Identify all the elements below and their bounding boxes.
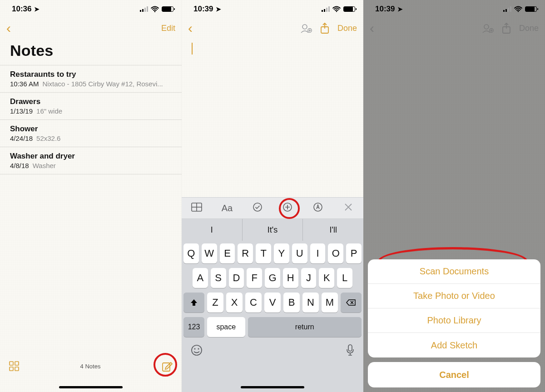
markup-button[interactable] — [309, 202, 327, 214]
home-indicator[interactable] — [241, 386, 304, 388]
back-button[interactable]: ‹ — [6, 21, 11, 35]
suggestion[interactable]: I'll — [303, 219, 363, 241]
key-l[interactable]: L — [337, 268, 352, 288]
key-space[interactable]: space — [207, 317, 245, 337]
key-v[interactable]: V — [264, 293, 281, 313]
note-body — [363, 38, 545, 211]
location-icon: ➤ — [216, 5, 221, 13]
checklist-button[interactable] — [248, 202, 267, 214]
key-z[interactable]: Z — [207, 293, 223, 313]
key-b[interactable]: B — [283, 293, 300, 313]
key-y[interactable]: Y — [274, 243, 289, 263]
key-j[interactable]: J — [301, 268, 317, 288]
key-shift[interactable] — [183, 293, 204, 313]
notes-count: 4 Notes — [19, 361, 162, 370]
svg-point-18 — [198, 348, 199, 350]
add-sketch-button[interactable]: Add Sketch — [368, 333, 540, 357]
svg-rect-1 — [10, 362, 13, 365]
status-bar: 10:36 ➤ — [0, 0, 182, 18]
cellular-icon — [503, 6, 511, 12]
key-t[interactable]: T — [256, 243, 271, 263]
collaborate-icon[interactable] — [300, 23, 312, 33]
key-m[interactable]: M — [322, 293, 338, 313]
dictation-button[interactable] — [346, 344, 354, 359]
key-return[interactable]: return — [248, 317, 362, 337]
note-snippet: Nixtaco - 1805 Cirby Way #12, Rosevi... — [42, 80, 163, 88]
wifi-icon — [332, 6, 341, 12]
done-button[interactable]: Done — [337, 24, 357, 33]
key-d[interactable]: D — [229, 268, 244, 288]
note-snippet: 16" wide — [36, 107, 62, 115]
svg-rect-3 — [10, 367, 13, 371]
note-when: 4/8/18 — [10, 162, 29, 169]
note-when: 1/13/19 — [10, 107, 33, 115]
cancel-button[interactable]: Cancel — [368, 362, 540, 387]
location-icon: ➤ — [34, 5, 40, 13]
text-format-button[interactable]: Aa — [218, 203, 236, 213]
note-row[interactable]: Restaraunts to try 10:36 AMNixtaco - 180… — [0, 65, 182, 93]
key-o[interactable]: O — [328, 243, 343, 263]
key-h[interactable]: H — [283, 268, 298, 288]
suggestion[interactable]: I — [182, 219, 243, 241]
action-sheet-group: Scan Documents Take Photo or Video Photo… — [368, 259, 540, 357]
compose-button[interactable] — [162, 361, 173, 374]
key-n[interactable]: N — [302, 293, 319, 313]
svg-point-21 — [484, 25, 489, 29]
battery-icon — [162, 6, 173, 12]
note-row[interactable]: Washer and dryer 4/8/18Washer — [0, 147, 182, 174]
gallery-view-button[interactable] — [9, 361, 19, 373]
action-sheet: Scan Documents Take Photo or Video Photo… — [368, 259, 540, 387]
note-row[interactable]: Shower 4/24/1852x32.6 — [0, 120, 182, 147]
note-snippet: Washer — [33, 162, 56, 169]
status-time: 10:39 — [193, 5, 213, 14]
screen-action-sheet: 10:39 ➤ ‹ Done Scan Documents Take Ph — [363, 0, 545, 392]
svg-point-20 — [518, 10, 519, 12]
key-a[interactable]: A — [193, 268, 208, 288]
note-row[interactable]: Drawers 1/13/1916" wide — [0, 93, 182, 120]
key-w[interactable]: W — [202, 243, 217, 263]
edit-button[interactable]: Edit — [161, 24, 175, 33]
svg-point-13 — [253, 203, 262, 211]
back-button: ‹ — [370, 21, 374, 35]
suggestion[interactable]: It's — [243, 219, 303, 241]
collaborate-icon — [482, 23, 494, 33]
key-i[interactable]: I — [310, 243, 326, 263]
close-format-bar-button[interactable] — [339, 203, 357, 213]
scan-documents-button[interactable]: Scan Documents — [368, 259, 540, 284]
key-123[interactable]: 123 — [183, 317, 204, 337]
note-body[interactable] — [182, 38, 363, 211]
cellular-icon — [140, 6, 148, 12]
key-p[interactable]: P — [346, 243, 362, 263]
battery-icon — [343, 6, 355, 12]
cellular-icon — [322, 6, 330, 12]
notes-list[interactable]: Restaraunts to try 10:36 AMNixtaco - 180… — [0, 65, 182, 174]
key-u[interactable]: U — [292, 243, 307, 263]
key-r[interactable]: R — [238, 243, 253, 263]
take-photo-video-button[interactable]: Take Photo or Video — [368, 284, 540, 308]
screen-note-editor: 10:39 ➤ ‹ Done Aa — [182, 0, 363, 392]
key-e[interactable]: E — [220, 243, 235, 263]
add-attachment-button[interactable] — [278, 202, 297, 214]
key-backspace[interactable] — [341, 293, 362, 313]
share-button[interactable] — [320, 23, 329, 34]
key-g[interactable]: G — [265, 268, 280, 288]
key-f[interactable]: F — [247, 268, 262, 288]
back-button[interactable]: ‹ — [188, 21, 193, 35]
key-c[interactable]: C — [245, 293, 262, 313]
svg-point-6 — [336, 10, 337, 12]
key-k[interactable]: K — [319, 268, 334, 288]
table-button[interactable] — [188, 203, 206, 214]
wifi-icon — [151, 6, 159, 12]
key-q[interactable]: Q — [183, 243, 199, 263]
key-s[interactable]: S — [211, 268, 226, 288]
key-x[interactable]: X — [226, 293, 243, 313]
status-time: 10:39 — [375, 5, 395, 14]
svg-point-7 — [302, 25, 307, 29]
note-title: Restaraunts to try — [10, 70, 172, 79]
keyboard[interactable]: Q W E R T Y U I O P A S D F G H J K L Z — [182, 241, 363, 392]
note-title: Washer and dryer — [10, 152, 172, 161]
home-indicator[interactable] — [59, 386, 123, 388]
photo-library-button[interactable]: Photo Library — [368, 308, 540, 333]
format-toolbar: Aa — [182, 197, 363, 219]
emoji-button[interactable] — [191, 344, 203, 359]
